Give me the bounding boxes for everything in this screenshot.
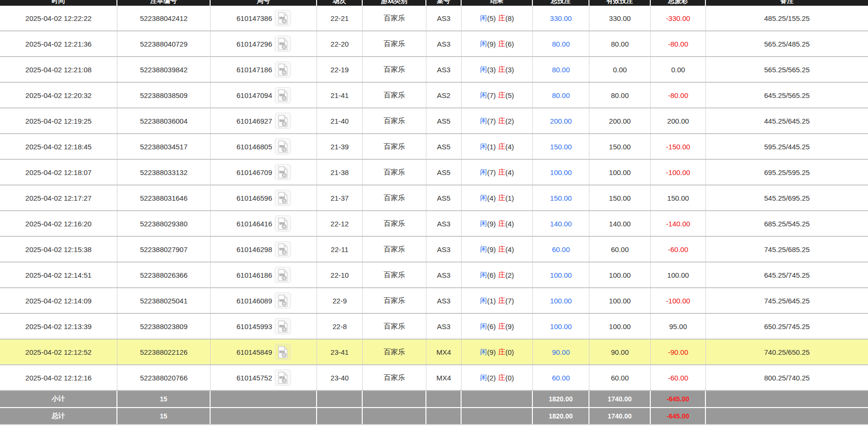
video-replay-button[interactable] bbox=[275, 61, 291, 78]
cell-total-bet[interactable]: 200.00 bbox=[533, 108, 589, 133]
cell-total-bet[interactable]: 100.00 bbox=[533, 263, 589, 287]
cell-valid-bet: 100.00 bbox=[589, 160, 651, 185]
cell-total-bet[interactable]: 100.00 bbox=[533, 314, 589, 339]
video-replay-button[interactable] bbox=[275, 241, 291, 257]
table-row[interactable]: 2025-04-02 12:21:36522388040729610147296… bbox=[0, 31, 868, 57]
cell-session: 22-12 bbox=[317, 211, 363, 236]
column-header-label: 总派彩 bbox=[651, 0, 705, 5]
cell-bet-number: 522388033132 bbox=[117, 160, 211, 185]
cell-total-bet[interactable]: 150.00 bbox=[533, 134, 589, 159]
banker-label: 庄 bbox=[498, 91, 505, 100]
cell-remark: 645.25/565.25 bbox=[706, 83, 868, 107]
column-header-valid-bet: 有效投注 bbox=[589, 0, 651, 6]
table-row[interactable]: 2025-04-02 12:12:52522388022126610145849… bbox=[0, 340, 868, 365]
cell-remark: 745.25/645.25 bbox=[706, 288, 868, 313]
cell-table-number: AS3 bbox=[426, 288, 462, 313]
video-replay-button[interactable] bbox=[275, 190, 291, 206]
table-row[interactable]: 2025-04-02 12:19:25522388036004610146927… bbox=[0, 108, 868, 134]
table-row[interactable]: 2025-04-02 12:17:27522388031646610146596… bbox=[0, 185, 868, 211]
cell-time: 2025-04-02 12:20:32 bbox=[0, 83, 117, 107]
cell-session: 21-39 bbox=[317, 134, 363, 159]
column-header-result: 结果 bbox=[462, 0, 533, 6]
table-row[interactable]: 2025-04-02 12:13:39522388023809610145993… bbox=[0, 314, 868, 340]
player-score: (7) bbox=[487, 91, 496, 99]
cell-total-bet[interactable]: 100.00 bbox=[533, 160, 589, 185]
cell-table-number: MX4 bbox=[426, 365, 462, 390]
cell-remark: 565.25/485.25 bbox=[706, 31, 868, 56]
player-label: 闲 bbox=[480, 296, 487, 305]
video-replay-button[interactable] bbox=[275, 113, 291, 129]
video-replay-button[interactable] bbox=[275, 318, 291, 334]
video-replay-file-icon bbox=[277, 166, 289, 179]
video-replay-button[interactable] bbox=[275, 164, 291, 180]
cell-time: 2025-04-02 12:21:36 bbox=[0, 31, 117, 56]
cell-total-bet[interactable]: 60.00 bbox=[533, 237, 589, 262]
summary-empty-remark bbox=[706, 408, 868, 424]
round-number-text: 610146089 bbox=[236, 297, 272, 305]
round-number-text: 610146805 bbox=[236, 143, 272, 151]
cell-total-bet[interactable]: 100.00 bbox=[533, 288, 589, 313]
table-row[interactable]: 2025-04-02 12:14:09522388025041610146089… bbox=[0, 288, 868, 314]
cell-session: 22-20 bbox=[317, 31, 363, 56]
video-replay-button[interactable] bbox=[275, 292, 291, 309]
video-replay-button[interactable] bbox=[275, 10, 291, 26]
video-replay-button[interactable] bbox=[275, 267, 291, 283]
table-row[interactable]: 2025-04-02 12:22:22522388042412610147386… bbox=[0, 6, 868, 31]
video-replay-file-icon bbox=[277, 371, 289, 384]
cell-remark: 800.25/740.25 bbox=[706, 365, 868, 390]
banker-label: 庄 bbox=[498, 168, 505, 177]
video-replay-button[interactable] bbox=[275, 344, 291, 360]
cell-table-number: AS5 bbox=[426, 185, 462, 210]
cell-total-bet[interactable]: 150.00 bbox=[533, 185, 589, 210]
banker-score: (9) bbox=[505, 322, 514, 331]
cell-remark: 650.25/745.25 bbox=[706, 314, 868, 339]
table-row[interactable]: 2025-04-02 12:18:45522388034517610146805… bbox=[0, 134, 868, 160]
player-score: (5) bbox=[487, 14, 496, 22]
table-row[interactable]: 2025-04-02 12:18:07522388033132610146709… bbox=[0, 160, 868, 185]
cell-total-bet[interactable]: 80.00 bbox=[533, 83, 589, 107]
cell-bet-number: 522388036004 bbox=[117, 108, 211, 133]
video-replay-button[interactable] bbox=[275, 87, 291, 103]
cell-total-bet[interactable]: 330.00 bbox=[533, 6, 589, 30]
player-label: 闲 bbox=[480, 14, 487, 23]
column-header-total-bet: 总投注 bbox=[533, 0, 589, 6]
cell-session: 21-40 bbox=[317, 108, 363, 133]
video-replay-button[interactable] bbox=[275, 215, 291, 232]
cell-remark: 565.25/565.25 bbox=[706, 57, 868, 82]
column-header-label: 局号 bbox=[211, 0, 316, 5]
cell-time: 2025-04-02 12:22:22 bbox=[0, 6, 117, 30]
cell-table-number: AS5 bbox=[426, 134, 462, 159]
cell-total-bet[interactable]: 140.00 bbox=[533, 211, 589, 236]
cell-session: 22-21 bbox=[317, 6, 363, 30]
video-replay-file-icon bbox=[277, 269, 289, 282]
summary-empty-result bbox=[462, 408, 533, 424]
table-row[interactable]: 2025-04-02 12:21:08522388039842610147186… bbox=[0, 57, 868, 83]
cell-total-bet[interactable]: 60.00 bbox=[533, 365, 589, 390]
video-replay-button[interactable] bbox=[275, 36, 291, 52]
cell-total-bet[interactable]: 80.00 bbox=[533, 57, 589, 82]
cell-total-bet[interactable]: 90.00 bbox=[533, 340, 589, 364]
video-replay-button[interactable] bbox=[275, 138, 291, 155]
table-row[interactable]: 2025-04-02 12:20:32522388038509610147094… bbox=[0, 83, 868, 108]
table-row[interactable]: 2025-04-02 12:14:51522388026366610146186… bbox=[0, 263, 868, 288]
summary-empty-session bbox=[317, 408, 363, 424]
cell-round-number: 610146089 bbox=[211, 288, 317, 313]
cell-payout: 200.00 bbox=[651, 108, 706, 133]
player-score: (9) bbox=[487, 245, 496, 253]
table-row[interactable]: 2025-04-02 12:12:16522388020766610145752… bbox=[0, 365, 868, 391]
cell-result: 闲(7)庄(2) bbox=[462, 108, 533, 133]
cell-bet-number: 522388042412 bbox=[117, 6, 211, 30]
cell-total-bet[interactable]: 80.00 bbox=[533, 31, 589, 56]
cell-round-number: 610146186 bbox=[211, 263, 317, 287]
video-replay-button[interactable] bbox=[275, 370, 291, 386]
cell-bet-number: 522388039842 bbox=[117, 57, 211, 82]
column-header-remark: 备注 bbox=[706, 0, 868, 6]
table-row[interactable]: 2025-04-02 12:16:20522388029380610146416… bbox=[0, 211, 868, 237]
summary-empty-round bbox=[211, 408, 317, 424]
cell-payout: -100.00 bbox=[651, 288, 706, 313]
table-row[interactable]: 2025-04-02 12:15:38522388027907610146298… bbox=[0, 237, 868, 263]
cell-bet-number: 522388040729 bbox=[117, 31, 211, 56]
cell-result: 闲(7)庄(5) bbox=[462, 83, 533, 107]
cell-session: 21-41 bbox=[317, 83, 363, 107]
banker-label: 庄 bbox=[498, 348, 505, 357]
